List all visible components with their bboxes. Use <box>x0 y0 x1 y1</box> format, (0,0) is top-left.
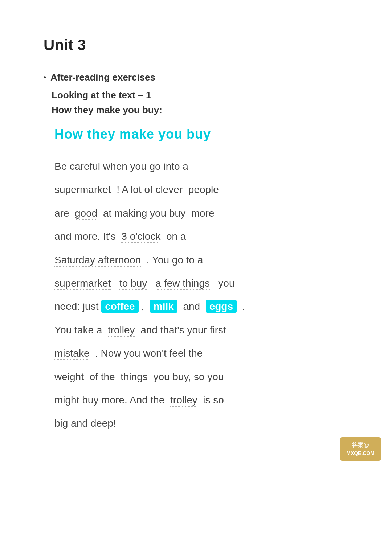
unit-title: Unit 3 <box>44 36 348 54</box>
word-trolley-2: trolley <box>170 394 197 407</box>
word-few-things: a few things <box>156 278 210 290</box>
line-6: supermarket to buy a few things you <box>54 272 348 295</box>
after-reading-text: After-reading exercises <box>50 72 155 83</box>
word-trolley-1: trolley <box>108 324 135 337</box>
word-weight: weight <box>54 371 84 383</box>
bullet-dot: • <box>44 73 46 82</box>
word-to-buy: to buy <box>119 278 147 290</box>
line-1: Be careful when you go into a <box>54 155 348 178</box>
line-9: mistake . Now you won't feel the <box>54 342 348 365</box>
page-container: Unit 3 • After-reading exercises Looking… <box>0 0 392 472</box>
watermark: 答案@ MXQE.COM <box>340 437 381 461</box>
line-12: big and deep! <box>54 412 348 435</box>
word-good: good <box>75 208 97 220</box>
highlight-coffee: coffee <box>101 300 138 313</box>
highlight-milk: milk <box>150 300 177 313</box>
how-they-make-label: How they make you buy: <box>52 104 348 116</box>
line-10: weight of the things you buy, so you <box>54 365 348 389</box>
word-supermarket: supermarket <box>54 278 111 290</box>
line-2: supermarket ! A lot of clever people <box>54 178 348 201</box>
line-4: and more. It's 3 o'clock on a <box>54 225 348 248</box>
line-8: You take a trolley and that's your first <box>54 319 348 342</box>
after-reading-label: • After-reading exercises <box>44 72 348 83</box>
bullet-section: • After-reading exercises Looking at the… <box>44 72 348 116</box>
article-body: Be careful when you go into a supermarke… <box>54 155 348 435</box>
word-3oclock: 3 o'clock <box>121 231 160 243</box>
highlight-eggs: eggs <box>206 300 237 313</box>
word-mistake: mistake <box>54 348 89 360</box>
looking-at-text: Looking at the text – 1 <box>52 90 348 101</box>
article-title: How they make you buy <box>54 127 348 142</box>
word-people: people <box>188 184 219 196</box>
line-5: Saturday afternoon . You go to a <box>54 249 348 272</box>
word-things: things <box>121 371 148 383</box>
watermark-bottom: MXQE.COM <box>346 450 375 457</box>
word-saturday-afternoon: Saturday afternoon <box>54 254 141 267</box>
line-11: might buy more. And the trolley is so <box>54 389 348 412</box>
line-3: are good at making you buy more — <box>54 202 348 225</box>
watermark-top: 答案@ <box>346 441 375 450</box>
line-7: need: just coffee , milk and eggs . <box>54 295 348 318</box>
word-of-the: of the <box>90 371 115 383</box>
